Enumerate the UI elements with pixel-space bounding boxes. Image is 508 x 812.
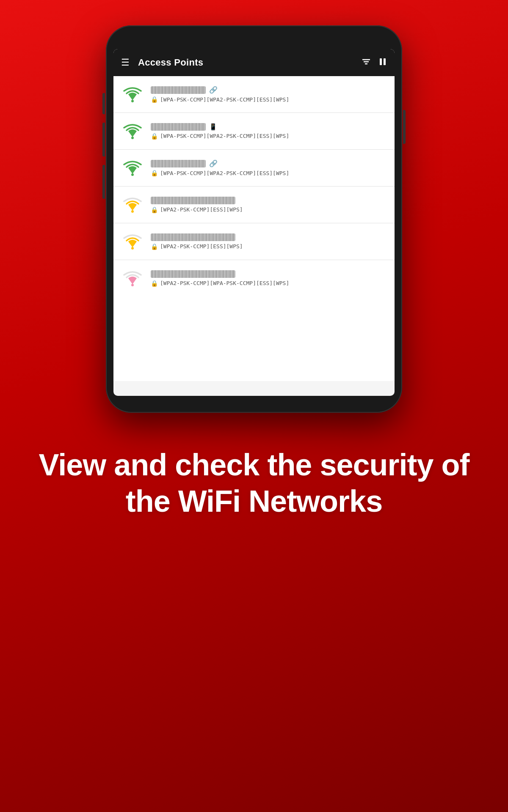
ap-name-redacted-1 — [151, 86, 206, 94]
screen-bottom-space — [113, 296, 395, 381]
lock-icon-3: 🔒 — [151, 170, 158, 176]
ap-security-text-5: [WPA2-PSK-CCMP][ESS][WPS] — [160, 243, 243, 250]
ap-security-row-6: 🔒 [WPA2-PSK-CCMP][WPA-PSK-CCMP][ESS][WPS… — [151, 280, 387, 287]
lock-icon-1: 🔒 — [151, 96, 158, 103]
ap-security-text-3: [WPA-PSK-CCMP][WPA2-PSK-CCMP][ESS][WPS] — [160, 170, 289, 176]
phone-icon-2: 📱 — [209, 123, 217, 131]
ap-name-row-3: 🔗 — [151, 159, 387, 167]
filter-icon[interactable] — [362, 58, 371, 68]
svg-rect-3 — [380, 58, 382, 65]
promo-text: View and check the security of the WiFi … — [0, 447, 508, 520]
ap-info-2: 📱 🔒 [WPA-PSK-CCMP][WPA2-PSK-CCMP][ESS][W… — [151, 123, 387, 140]
wifi-signal-icon-5 — [121, 230, 144, 253]
lock-icon-5: 🔒 — [151, 243, 158, 250]
ap-name-redacted-3 — [151, 160, 206, 167]
app-title: Access Points — [138, 57, 362, 68]
ap-security-text-4: [WPA2-PSK-CCMP][ESS][WPS] — [160, 206, 243, 213]
menu-icon[interactable]: ☰ — [121, 58, 130, 67]
volume-silent-button — [102, 93, 105, 114]
ap-name-row-6 — [151, 270, 387, 278]
ap-security-row-3: 🔒 [WPA-PSK-CCMP][WPA2-PSK-CCMP][ESS][WPS… — [151, 170, 387, 176]
ap-item-2[interactable]: 📱 🔒 [WPA-PSK-CCMP][WPA2-PSK-CCMP][ESS][W… — [113, 113, 395, 150]
svg-point-5 — [131, 100, 134, 102]
ap-item-4[interactable]: 🔒 [WPA2-PSK-CCMP][ESS][WPS] — [113, 187, 395, 223]
ap-item-1[interactable]: 🔗 🔒 [WPA-PSK-CCMP][WPA2-PSK-CCMP][ESS][W… — [113, 76, 395, 113]
ap-security-text-6: [WPA2-PSK-CCMP][WPA-PSK-CCMP][ESS][WPS] — [160, 280, 289, 286]
ap-item-6[interactable]: 🔒 [WPA2-PSK-CCMP][WPA-PSK-CCMP][ESS][WPS… — [113, 260, 395, 296]
ap-info-6: 🔒 [WPA2-PSK-CCMP][WPA-PSK-CCMP][ESS][WPS… — [151, 270, 387, 287]
ap-name-row-4 — [151, 197, 387, 204]
pause-icon[interactable] — [378, 58, 387, 68]
ap-name-redacted-5 — [151, 233, 235, 241]
phone-notch — [229, 36, 279, 45]
svg-point-8 — [131, 210, 134, 213]
ap-list: 🔗 🔒 [WPA-PSK-CCMP][WPA2-PSK-CCMP][ESS][W… — [113, 76, 395, 296]
ap-info-1: 🔗 🔒 [WPA-PSK-CCMP][WPA2-PSK-CCMP][ESS][W… — [151, 86, 387, 103]
ap-info-3: 🔗 🔒 [WPA-PSK-CCMP][WPA2-PSK-CCMP][ESS][W… — [151, 159, 387, 176]
phone-shell: ☰ Access Points — [106, 25, 402, 413]
ap-name-redacted-4 — [151, 197, 235, 204]
wifi-signal-icon-2 — [121, 120, 144, 143]
svg-point-9 — [131, 247, 134, 250]
link-icon-1: 🔗 — [209, 86, 218, 94]
svg-point-6 — [131, 137, 134, 139]
lock-icon-6: 🔒 — [151, 280, 158, 287]
ap-security-text-2: [WPA-PSK-CCMP][WPA2-PSK-CCMP][ESS][WPS] — [160, 133, 289, 139]
ap-item-3[interactable]: 🔗 🔒 [WPA-PSK-CCMP][WPA2-PSK-CCMP][ESS][W… — [113, 150, 395, 187]
wifi-signal-icon-3 — [121, 156, 144, 179]
wifi-signal-icon-1 — [121, 83, 144, 106]
phone-wrapper: ☰ Access Points — [106, 25, 402, 413]
ap-name-row-1: 🔗 — [151, 86, 387, 94]
ap-info-5: 🔒 [WPA2-PSK-CCMP][ESS][WPS] — [151, 233, 387, 250]
volume-up-button — [102, 123, 105, 156]
svg-rect-4 — [384, 58, 386, 65]
link-icon-3: 🔗 — [209, 159, 218, 167]
ap-name-row-5 — [151, 233, 387, 241]
ap-info-4: 🔒 [WPA2-PSK-CCMP][ESS][WPS] — [151, 197, 387, 213]
svg-point-10 — [131, 284, 134, 286]
ap-security-row-5: 🔒 [WPA2-PSK-CCMP][ESS][WPS] — [151, 243, 387, 250]
ap-security-row-2: 🔒 [WPA-PSK-CCMP][WPA2-PSK-CCMP][ESS][WPS… — [151, 133, 387, 140]
phone-screen: ☰ Access Points — [113, 49, 395, 396]
ap-security-row-1: 🔒 [WPA-PSK-CCMP][WPA2-PSK-CCMP][ESS][WPS… — [151, 96, 387, 103]
lock-icon-4: 🔒 — [151, 206, 158, 213]
phone-top-bar — [113, 34, 395, 47]
power-button — [403, 110, 406, 144]
app-toolbar: ☰ Access Points — [113, 49, 395, 76]
ap-security-text-1: [WPA-PSK-CCMP][WPA2-PSK-CCMP][ESS][WPS] — [160, 96, 289, 103]
wifi-signal-icon-4 — [121, 193, 144, 216]
ap-name-row-2: 📱 — [151, 123, 387, 131]
lock-icon-2: 🔒 — [151, 133, 158, 140]
ap-security-row-4: 🔒 [WPA2-PSK-CCMP][ESS][WPS] — [151, 206, 387, 213]
wifi-signal-icon-6 — [121, 267, 144, 290]
volume-down-button — [102, 165, 105, 199]
svg-point-7 — [131, 173, 134, 176]
ap-name-redacted-6 — [151, 270, 235, 278]
ap-item-5[interactable]: 🔒 [WPA2-PSK-CCMP][ESS][WPS] — [113, 223, 395, 260]
ap-name-redacted-2 — [151, 123, 206, 131]
